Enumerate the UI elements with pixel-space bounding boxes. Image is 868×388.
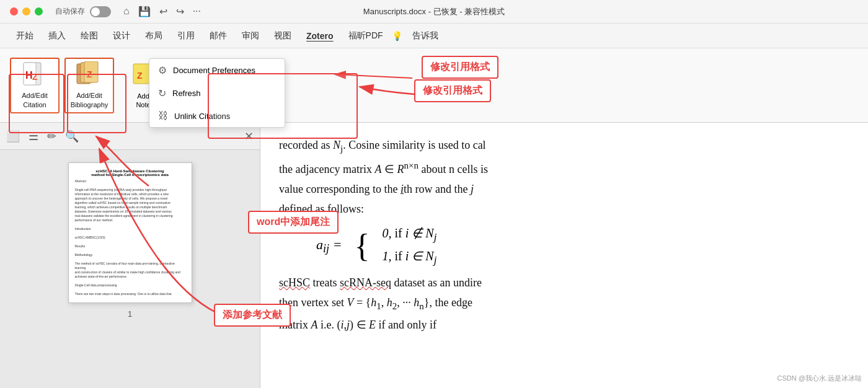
page-number: 1: [128, 309, 132, 319]
add-edit-citation-button[interactable]: H Z Add/EditCitation: [10, 58, 60, 113]
unlink-citations-label: Unlink Citations: [174, 112, 230, 121]
menu-insert[interactable]: 插入: [42, 28, 72, 44]
save-icon[interactable]: 💾: [138, 6, 151, 17]
more-icon[interactable]: ···: [193, 6, 201, 17]
menu-review[interactable]: 审阅: [236, 28, 265, 44]
unlink-icon: ⛓: [158, 110, 168, 121]
modify-citation-label: 修改引用格式: [422, 56, 498, 79]
menu-design[interactable]: 设计: [107, 28, 136, 44]
menu-foxitpdf[interactable]: 福昕PDF: [342, 28, 389, 44]
edit-icon[interactable]: ✏: [47, 130, 56, 143]
svg-text:Z: Z: [32, 72, 38, 82]
menu-layout[interactable]: 布局: [139, 28, 169, 44]
add-edit-bibliography-label: Add/EditBibliography: [71, 91, 108, 109]
watermark: CSDN @我心水.远是冰冰哒: [777, 374, 862, 383]
list-icon[interactable]: ☰: [29, 130, 38, 143]
svg-line-11: [335, 74, 412, 78]
thumbnail-title: scHSC: A Hard-Sampleware Clusteringmetho…: [75, 169, 185, 177]
copy-icon[interactable]: ⬜: [6, 130, 20, 143]
window-title: Manuscripts.docx - 已恢复 - 兼容性模式: [363, 6, 505, 17]
doc-line-6: then vertex set V = {h1, h2, ··· hn}, th…: [279, 293, 849, 315]
home-icon[interactable]: ⌂: [123, 6, 130, 17]
doc-line-2: the adjacency matrix A ∈ Rn×n about n ce…: [279, 157, 849, 179]
traffic-lights: [10, 7, 43, 15]
dropdown-menu: ⚙ Document Preferences ↻ Refresh ⛓ Unlin…: [149, 58, 285, 128]
menu-view[interactable]: 视图: [268, 28, 298, 44]
titlebar-icons: ⌂ 💾 ↩ ↪ ···: [123, 6, 201, 17]
document-content: recorded as Nj. Cosine similarity is use…: [260, 123, 868, 388]
math-case-0: 0, if i ∉ Nj: [383, 226, 437, 244]
redo-icon[interactable]: ↪: [176, 6, 184, 17]
doc-line-3: value corresponding to the ith row and t…: [279, 179, 849, 199]
autosave-label: 自动保存: [55, 6, 85, 17]
autosave-toggle[interactable]: [90, 6, 111, 17]
menu-draw[interactable]: 绘图: [74, 28, 104, 44]
refresh-icon: ↻: [158, 87, 166, 99]
ribbon: H Z Add/EditCitation Z Add/EditBibliogra…: [0, 48, 868, 123]
math-formula: aij = { 0, if i ∉ Nj 1, if i ∈ Nj: [316, 226, 849, 267]
left-panel: ⬜ ☰ ✏ 🔍 ✕ scHSC: A Hard-Sampleware Clust…: [0, 123, 260, 388]
titlebar: 自动保存 ⌂ 💾 ↩ ↪ ··· Manuscripts.docx - 已恢复 …: [0, 0, 868, 24]
add-edit-bibliography-button[interactable]: Z Add/EditBibliography: [64, 58, 114, 113]
close-button[interactable]: [10, 7, 18, 15]
bibliography-icon: Z: [74, 61, 104, 89]
page-thumbnail: scHSC: A Hard-Sampleware Clusteringmetho…: [68, 162, 192, 303]
autosave-area: 自动保存: [55, 6, 111, 17]
maximize-button[interactable]: [35, 7, 43, 15]
undo-icon[interactable]: ↩: [159, 6, 167, 17]
svg-text:H: H: [25, 70, 33, 81]
doc-line-1: recorded as Nj. Cosine similarity is use…: [279, 135, 849, 157]
doc-line-7: matrix A i.e. (i,j) ∈ E if and only if: [279, 315, 849, 335]
doc-line-5: scHSC treats scRNA-seq dataset as an und…: [279, 273, 849, 293]
doc-line-4: defined as follows:: [279, 199, 849, 219]
svg-text:Z: Z: [87, 69, 92, 79]
refresh-label: Refresh: [172, 89, 201, 98]
math-cases: 0, if i ∉ Nj 1, if i ∈ Nj: [383, 226, 437, 267]
menu-reference[interactable]: 引用: [171, 28, 201, 44]
menu-start[interactable]: 开始: [10, 28, 40, 44]
document-preferences-item[interactable]: ⚙ Document Preferences: [149, 59, 285, 82]
doc-text: recorded as Nj. Cosine similarity is use…: [279, 135, 849, 219]
menubar: 开始 插入 绘图 设计 布局 引用 邮件 审阅 视图 Zotero 福昕PDF …: [0, 24, 868, 48]
close-panel-icon[interactable]: ✕: [244, 130, 254, 143]
refresh-item[interactable]: ↻ Refresh: [149, 82, 285, 105]
math-lhs: aij =: [316, 237, 342, 255]
math-case-1: 1, if i ∈ Nj: [383, 249, 437, 267]
gear-icon: ⚙: [158, 64, 167, 76]
unlink-citations-item[interactable]: ⛓ Unlink Citations: [149, 105, 285, 127]
menu-tell[interactable]: 告诉我: [406, 28, 445, 44]
minimize-button[interactable]: [22, 7, 30, 15]
document-preferences-label: Document Preferences: [173, 66, 255, 75]
citation-icon: H Z: [20, 61, 50, 89]
doc-text-2: scHSC treats scRNA-seq dataset as an und…: [279, 273, 849, 335]
thumbnail-abstract: Abstract Single-cell RNA sequencing (scR…: [75, 179, 185, 296]
menu-mail[interactable]: 邮件: [203, 28, 233, 44]
add-edit-citation-label: Add/EditCitation: [22, 91, 48, 109]
search-icon[interactable]: 🔍: [65, 130, 79, 143]
svg-text:Z: Z: [137, 71, 143, 81]
math-brace: {: [355, 230, 370, 262]
menu-zotero[interactable]: Zotero: [300, 29, 340, 43]
